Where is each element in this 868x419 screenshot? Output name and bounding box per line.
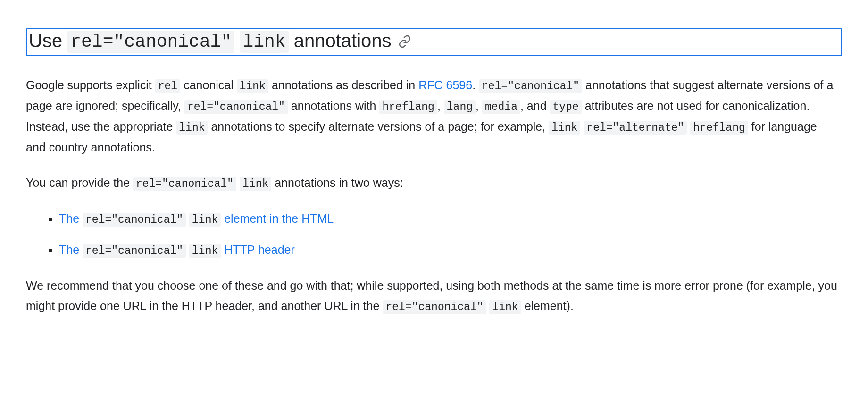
inline-code: link xyxy=(549,121,580,135)
inline-code: media xyxy=(482,100,520,114)
text: HTTP header xyxy=(221,243,295,256)
paragraph: Google supports explicit rel canonical l… xyxy=(26,75,837,158)
section-heading: Use rel="canonical" link annotations xyxy=(26,28,842,56)
text: . xyxy=(472,78,479,92)
text xyxy=(186,243,189,256)
link-rel-canonical-html[interactable]: The rel="canonical" link element in the … xyxy=(59,212,334,225)
text: The xyxy=(59,212,83,225)
inline-code: rel="canonical" xyxy=(83,213,186,227)
text: , xyxy=(476,99,482,112)
options-list: The rel="canonical" link element in the … xyxy=(26,209,842,260)
inline-code: link xyxy=(189,244,221,258)
list-item: The rel="canonical" link element in the … xyxy=(59,209,842,229)
text: , xyxy=(437,99,444,112)
inline-code: rel="canonical" xyxy=(67,31,234,53)
inline-code: lang xyxy=(444,100,476,114)
text: annotations as described in xyxy=(268,78,418,92)
text xyxy=(236,176,240,189)
link-icon[interactable] xyxy=(398,35,411,48)
text: Google supports explicit xyxy=(26,78,155,92)
text: annotations in two ways: xyxy=(271,176,403,189)
inline-code: rel="canonical" xyxy=(479,79,582,93)
paragraph: We recommend that you choose one of thes… xyxy=(26,276,837,317)
text: element). xyxy=(521,299,574,312)
inline-code: link xyxy=(237,79,268,93)
inline-code: type xyxy=(550,100,582,114)
link-rel-canonical-http-header[interactable]: The rel="canonical" link HTTP header xyxy=(59,243,295,256)
link-hreflang[interactable]: hreflang xyxy=(690,120,748,133)
heading-text-part: annotations xyxy=(289,30,392,51)
inline-code: hreflang xyxy=(690,121,748,135)
inline-code: link xyxy=(189,213,221,227)
text: canonical xyxy=(180,78,237,92)
inline-code: rel="canonical" xyxy=(83,244,186,258)
link-rfc-6596[interactable]: RFC 6596 xyxy=(418,78,472,92)
text: annotations with xyxy=(288,99,380,112)
text: You can provide the xyxy=(26,176,133,189)
text xyxy=(186,212,189,225)
inline-code: rel xyxy=(155,79,180,93)
inline-code: link xyxy=(240,31,288,53)
inline-code: link xyxy=(489,300,521,314)
text: , and xyxy=(520,99,550,112)
text: element in the HTML xyxy=(221,212,334,225)
heading-text-part xyxy=(234,30,240,51)
heading-text-part: Use xyxy=(29,30,67,51)
inline-code: link xyxy=(176,121,208,135)
inline-code: rel="canonical" xyxy=(133,177,236,191)
inline-code: hreflang xyxy=(379,100,437,114)
page: Use rel="canonical" link annotations Goo… xyxy=(0,0,868,419)
inline-code: rel="canonical" xyxy=(383,300,486,314)
paragraph: You can provide the rel="canonical" link… xyxy=(26,173,837,193)
inline-code: rel="canonical" xyxy=(184,100,288,114)
heading-text: Use rel="canonical" link annotations xyxy=(29,30,392,52)
inline-code: link xyxy=(240,177,271,191)
list-item: The rel="canonical" link HTTP header xyxy=(59,240,842,260)
content-region: Use rel="canonical" link annotations Goo… xyxy=(0,28,868,317)
inline-code: rel="alternate" xyxy=(584,121,687,135)
text: The xyxy=(59,243,83,256)
text: annotations to specify alternate version… xyxy=(208,120,549,133)
